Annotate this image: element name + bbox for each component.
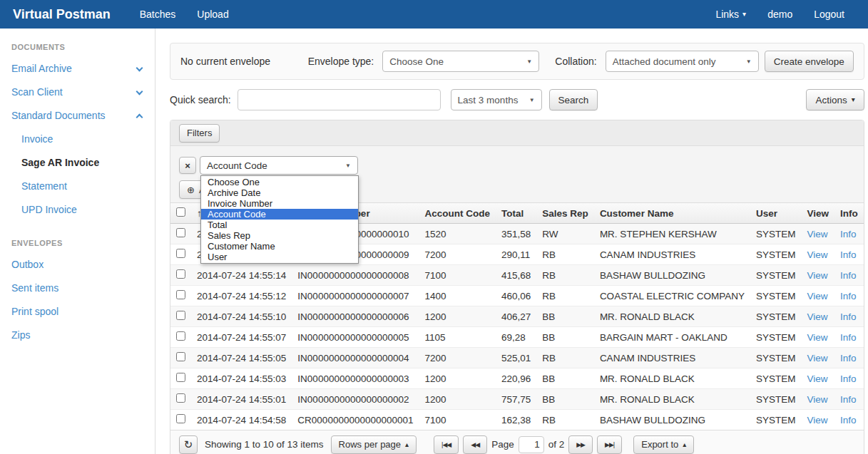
info-link[interactable]: Info	[840, 415, 857, 425]
view-link[interactable]: View	[807, 311, 827, 322]
rows-per-page-button[interactable]: Rows per page ▴	[331, 435, 417, 454]
nav-logout[interactable]: Logout	[814, 9, 844, 20]
nav-links-dropdown[interactable]: Links ▾	[715, 9, 746, 20]
dropdown-option[interactable]: Invoice Number	[201, 198, 358, 209]
cell-total: 290,11	[496, 244, 536, 265]
row-checkbox[interactable]	[176, 414, 185, 423]
last-page-button[interactable]: ▶▶|	[597, 435, 622, 454]
row-checkbox[interactable]	[176, 290, 185, 299]
table-row: 2014-07-24 14:55:14IN0000000000000000008…	[170, 265, 864, 286]
view-link[interactable]: View	[807, 270, 827, 281]
nav-batches[interactable]: Batches	[140, 9, 176, 20]
grid-footer: ↻ Showing 1 to 10 of 13 items Rows per p…	[170, 430, 864, 454]
row-checkbox[interactable]	[176, 311, 185, 320]
cell-sales-rep: BB	[536, 306, 594, 327]
dropdown-option[interactable]: Customer Name	[201, 241, 358, 252]
view-link[interactable]: View	[807, 291, 827, 301]
view-link[interactable]: View	[807, 394, 827, 405]
column-header-customer-name[interactable]: Customer Name	[594, 203, 750, 224]
next-page-button[interactable]: ▶▶	[568, 435, 593, 454]
dropdown-option[interactable]: Archive Date	[201, 187, 358, 198]
sidebar-item-sent-items[interactable]: Sent items	[0, 277, 155, 300]
cell-customer-name: BASHAW BULLDOZING	[594, 265, 750, 286]
previous-page-button[interactable]: ◀◀	[463, 435, 487, 454]
row-checkbox[interactable]	[176, 228, 185, 237]
dropdown-option[interactable]: User	[201, 252, 358, 262]
info-link[interactable]: Info	[840, 353, 857, 363]
remove-filter-button[interactable]: ×	[179, 157, 196, 174]
first-page-icon: |◀◀	[441, 441, 451, 448]
filters-button[interactable]: Filters	[179, 124, 220, 143]
create-envelope-button[interactable]: Create envelope	[765, 51, 854, 72]
row-checkbox[interactable]	[176, 393, 185, 403]
sidebar-item-email-archive[interactable]: Email Archive	[0, 57, 155, 81]
first-page-button[interactable]: |◀◀	[434, 435, 459, 454]
row-checkbox[interactable]	[176, 373, 185, 382]
row-checkbox[interactable]	[176, 352, 185, 361]
view-link[interactable]: View	[807, 373, 827, 384]
cell-info: Info	[834, 265, 864, 286]
export-button[interactable]: Export to ▴	[633, 435, 694, 454]
column-header-view[interactable]: View	[801, 203, 834, 224]
view-link[interactable]: View	[807, 415, 827, 425]
cell-user: SYSTEM	[750, 327, 802, 348]
info-link[interactable]: Info	[840, 311, 857, 322]
info-link[interactable]: Info	[840, 229, 857, 239]
sidebar-item-standard-documents[interactable]: Standard Documents	[0, 104, 155, 128]
actions-button[interactable]: Actions ▾	[806, 89, 864, 110]
row-checkbox[interactable]	[176, 249, 185, 258]
cell-customer-name: BARGAIN MART - OAKLAND	[594, 327, 750, 348]
dropdown-option[interactable]: Total	[201, 220, 358, 230]
filter-field-select[interactable]: Account Code ▼	[200, 156, 358, 175]
info-link[interactable]: Info	[840, 373, 857, 384]
search-button[interactable]: Search	[549, 89, 598, 110]
sidebar-item-invoice[interactable]: Invoice	[0, 128, 155, 151]
nav-upload[interactable]: Upload	[197, 9, 228, 20]
row-checkbox[interactable]	[176, 331, 185, 341]
dropdown-option[interactable]: Choose One	[201, 177, 358, 187]
cell-user: SYSTEM	[750, 265, 802, 286]
column-header-sales-rep[interactable]: Sales Rep	[536, 203, 594, 224]
page-number-input[interactable]	[519, 436, 544, 453]
app-brand[interactable]: Virtual Postman	[13, 7, 111, 22]
documents-heading: DOCUMENTS	[0, 34, 155, 57]
quick-search-input[interactable]	[238, 89, 441, 110]
info-link[interactable]: Info	[840, 291, 857, 301]
sidebar-item-outbox[interactable]: Outbox	[0, 253, 155, 277]
column-header-user[interactable]: User	[750, 203, 802, 224]
quick-search-row: Quick search: Last 3 months ▼ Search Act…	[170, 89, 864, 110]
nav-user[interactable]: demo	[767, 9, 792, 20]
sidebar-item-sage-ar-invoice[interactable]: Sage AR Invoice	[0, 151, 155, 175]
view-link[interactable]: View	[807, 229, 827, 239]
envelope-type-select[interactable]: Choose One ▼	[382, 51, 539, 72]
column-header-total[interactable]: Total	[496, 203, 536, 224]
column-header-account-code[interactable]: Account Code	[419, 203, 496, 224]
cell-archive-date: 2014-07-24 14:55:03	[191, 368, 292, 389]
column-header-info[interactable]: Info	[834, 203, 864, 224]
cell-info: Info	[834, 368, 864, 389]
refresh-button[interactable]: ↻	[179, 435, 198, 454]
info-link[interactable]: Info	[840, 270, 857, 281]
sidebar-item-scan-client[interactable]: Scan Client	[0, 81, 155, 104]
view-link[interactable]: View	[807, 353, 827, 363]
sidebar-item-zips[interactable]: Zips	[0, 324, 155, 347]
info-link[interactable]: Info	[840, 394, 857, 405]
cell-view: View	[801, 368, 834, 389]
sidebar-item-print-spool[interactable]: Print spool	[0, 300, 155, 324]
sidebar-item-upd-invoice[interactable]: UPD Invoice	[0, 198, 155, 222]
period-select[interactable]: Last 3 months ▼	[451, 89, 542, 110]
view-link[interactable]: View	[807, 332, 827, 343]
filter-row: × Account Code ▼	[179, 156, 855, 175]
table-row: 2014-07-24 14:55:03IN0000000000000000003…	[170, 368, 864, 389]
dropdown-option[interactable]: Sales Rep	[201, 230, 358, 241]
dropdown-option[interactable]: Account Code	[201, 209, 358, 220]
select-all-checkbox[interactable]	[176, 207, 185, 217]
view-link[interactable]: View	[807, 249, 827, 260]
info-link[interactable]: Info	[840, 249, 857, 260]
cell-info: Info	[834, 224, 864, 244]
info-link[interactable]: Info	[840, 332, 857, 343]
sidebar-item-statement[interactable]: Statement	[0, 175, 155, 198]
navbar-right: Links ▾ demo Logout	[705, 9, 855, 20]
collation-select[interactable]: Attached document only ▼	[606, 51, 759, 72]
row-checkbox[interactable]	[176, 269, 185, 279]
